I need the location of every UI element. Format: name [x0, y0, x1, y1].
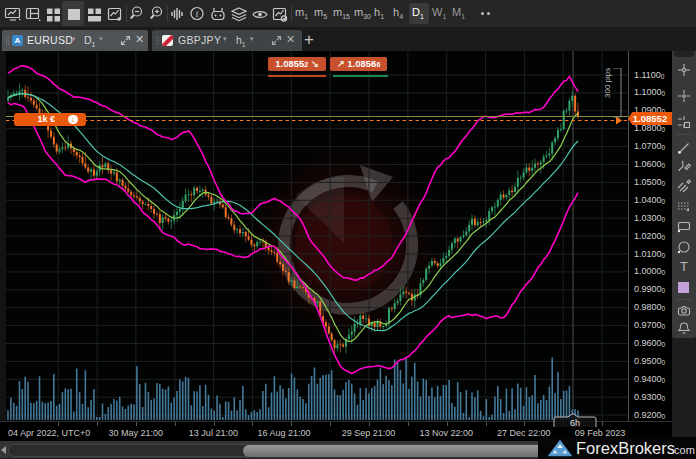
svg-text:.com: .com — [671, 444, 695, 456]
svg-text:T: T — [680, 259, 688, 274]
svg-text:ForexBrokers: ForexBrokers — [576, 439, 675, 457]
svg-text:6h: 6h — [570, 418, 580, 428]
svg-text:300 pips: 300 pips — [603, 68, 612, 98]
svg-text:f: f — [196, 9, 199, 19]
